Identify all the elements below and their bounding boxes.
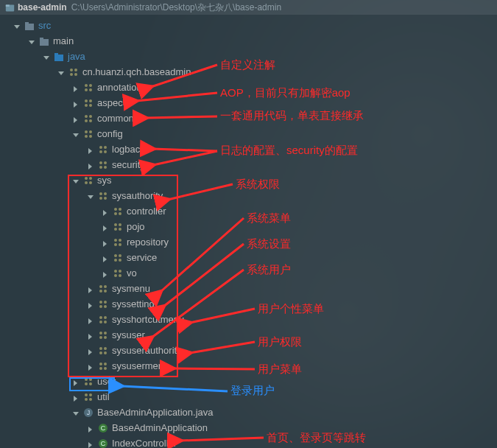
collapse-icon[interactable] bbox=[72, 393, 80, 401]
svg-rect-6 bbox=[54, 55, 63, 61]
tree-item-sysusermenu[interactable]: sysusermenu bbox=[0, 358, 497, 374]
class-icon: C bbox=[97, 422, 109, 434]
svg-point-41 bbox=[104, 192, 107, 195]
collapse-icon[interactable] bbox=[87, 301, 94, 308]
collapse-icon[interactable] bbox=[87, 424, 94, 432]
tree-item-appjava[interactable]: J BaseAdminApplication.java bbox=[0, 405, 497, 420]
collapse-icon[interactable] bbox=[102, 270, 109, 277]
tree-item-repository[interactable]: repository bbox=[0, 234, 497, 250]
expand-icon[interactable] bbox=[13, 22, 21, 29]
package-icon bbox=[82, 113, 94, 125]
tree-item-service[interactable]: service bbox=[0, 250, 497, 265]
svg-point-77 bbox=[104, 332, 107, 335]
tree-item-vo[interactable]: vo bbox=[0, 265, 497, 281]
expand-icon[interactable] bbox=[72, 177, 80, 184]
svg-point-63 bbox=[119, 274, 121, 277]
tree-label: sysmenu bbox=[112, 283, 150, 294]
package-icon bbox=[68, 66, 80, 78]
svg-point-14 bbox=[85, 88, 88, 91]
svg-point-44 bbox=[114, 208, 117, 211]
collapse-icon[interactable] bbox=[87, 363, 94, 370]
svg-point-45 bbox=[119, 208, 121, 211]
tree-item-syssetting[interactable]: syssetting bbox=[0, 296, 497, 312]
tree-item-sysuser[interactable]: sysuser bbox=[0, 327, 497, 343]
svg-rect-4 bbox=[40, 39, 49, 46]
svg-point-47 bbox=[119, 212, 121, 215]
tree-label: main bbox=[53, 35, 74, 46]
package-icon bbox=[112, 206, 124, 217]
svg-point-85 bbox=[104, 363, 107, 365]
tree-item-java[interactable]: java bbox=[0, 49, 497, 64]
svg-point-76 bbox=[99, 332, 102, 335]
tree-item-sysshortcutmenu[interactable]: sysshortcutmenu bbox=[0, 312, 497, 327]
tree-label: aspect bbox=[97, 97, 125, 108]
svg-point-84 bbox=[99, 363, 102, 365]
collapse-icon[interactable] bbox=[102, 239, 109, 246]
tree-item-user[interactable]: user bbox=[0, 374, 497, 389]
svg-point-82 bbox=[99, 351, 102, 354]
tree-item-sysmenu[interactable]: sysmenu bbox=[0, 281, 497, 296]
tree-label: config bbox=[97, 128, 123, 139]
svg-point-26 bbox=[85, 135, 88, 138]
tree-item-common[interactable]: common bbox=[0, 111, 497, 126]
tree-item-config[interactable]: config bbox=[0, 126, 497, 141]
project-tree[interactable]: src main java cn.huanzi.qch.baseadmin an… bbox=[0, 15, 497, 448]
package-icon bbox=[82, 391, 94, 403]
svg-point-74 bbox=[99, 321, 102, 323]
collapse-icon[interactable] bbox=[72, 84, 80, 91]
svg-point-55 bbox=[119, 243, 121, 246]
svg-point-86 bbox=[99, 367, 102, 370]
collapse-icon[interactable] bbox=[102, 254, 109, 262]
collapse-icon[interactable] bbox=[87, 316, 94, 323]
tree-item-annotation[interactable]: annotation bbox=[0, 80, 497, 95]
collapse-icon[interactable] bbox=[72, 378, 80, 385]
tree-item-indexcontroller[interactable]: C IndexController bbox=[0, 435, 497, 448]
collapse-icon[interactable] bbox=[87, 347, 94, 354]
tree-item-aspect[interactable]: aspect bbox=[0, 95, 497, 111]
expand-icon[interactable] bbox=[28, 38, 35, 45]
tree-label: cn.huanzi.qch.baseadmin bbox=[82, 66, 191, 77]
package-icon bbox=[82, 97, 94, 109]
svg-point-64 bbox=[99, 285, 102, 288]
collapse-icon[interactable] bbox=[72, 115, 80, 122]
expand-icon[interactable] bbox=[43, 53, 50, 60]
svg-point-35 bbox=[104, 166, 107, 169]
svg-point-93 bbox=[89, 393, 92, 396]
tree-item-package[interactable]: cn.huanzi.qch.baseadmin bbox=[0, 64, 497, 80]
svg-point-89 bbox=[89, 378, 92, 381]
collapse-icon[interactable] bbox=[87, 440, 94, 447]
tree-item-main[interactable]: main bbox=[0, 33, 497, 49]
expand-icon[interactable] bbox=[57, 69, 65, 76]
tree-label: syssetting bbox=[112, 298, 155, 309]
tree-item-security[interactable]: security bbox=[0, 157, 497, 172]
collapse-icon[interactable] bbox=[87, 146, 94, 153]
tree-item-util[interactable]: util bbox=[0, 389, 497, 405]
expand-icon[interactable] bbox=[87, 192, 94, 200]
expand-icon[interactable] bbox=[72, 409, 80, 416]
tree-label: IndexController bbox=[112, 438, 177, 448]
collapse-icon[interactable] bbox=[87, 285, 94, 293]
svg-point-88 bbox=[85, 378, 88, 381]
tree-item-sysauthority[interactable]: sysauthority bbox=[0, 188, 497, 203]
collapse-icon[interactable] bbox=[87, 332, 94, 339]
svg-point-50 bbox=[114, 228, 117, 231]
collapse-icon[interactable] bbox=[102, 208, 109, 215]
svg-point-48 bbox=[114, 223, 117, 226]
tree-item-sysuserauthority[interactable]: sysuserauthority bbox=[0, 343, 497, 358]
tree-item-logback[interactable]: logback bbox=[0, 141, 497, 157]
tree-label: controller bbox=[127, 206, 166, 217]
svg-point-20 bbox=[85, 115, 88, 118]
tree-item-sys[interactable]: sys bbox=[0, 172, 497, 188]
tree-item-pojo[interactable]: pojo bbox=[0, 219, 497, 234]
collapse-icon[interactable] bbox=[102, 223, 109, 231]
svg-point-52 bbox=[114, 239, 117, 242]
package-icon bbox=[97, 360, 109, 372]
collapse-icon[interactable] bbox=[87, 161, 94, 169]
tree-item-src[interactable]: src bbox=[0, 18, 497, 33]
tree-item-appclass[interactable]: C BaseAdminApplication bbox=[0, 420, 497, 435]
svg-point-91 bbox=[89, 382, 92, 385]
collapse-icon[interactable] bbox=[72, 99, 80, 107]
tree-item-controller[interactable]: controller bbox=[0, 203, 497, 219]
svg-point-68 bbox=[99, 301, 102, 304]
expand-icon[interactable] bbox=[72, 130, 80, 138]
